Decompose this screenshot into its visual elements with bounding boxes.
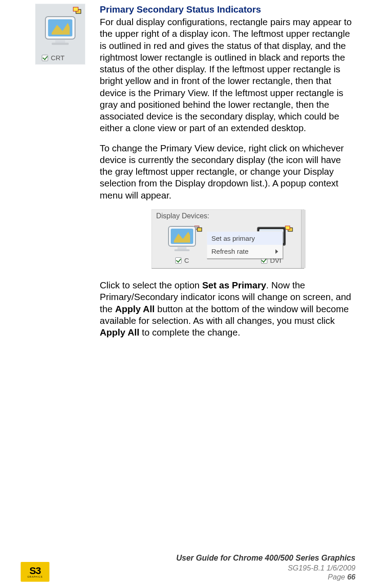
- primary-indicator-icon: [72, 7, 82, 15]
- s3-logo: S3 GRAPHICS: [21, 562, 49, 582]
- device-crt-checkbox[interactable]: [175, 257, 182, 264]
- crt-checkbox[interactable]: [42, 55, 48, 61]
- menu-refresh-rate[interactable]: Refresh rate: [207, 245, 283, 258]
- logo-text: S3: [30, 566, 41, 576]
- bold-apply-all: Apply All: [115, 304, 155, 314]
- crt-label: CRT: [51, 54, 65, 62]
- logo-subtext: GRAPHICS: [27, 576, 43, 578]
- device-crt[interactable]: C: [155, 225, 209, 265]
- footer-page: Page 66: [57, 572, 355, 582]
- menu-item-label: Set as primary: [212, 234, 255, 243]
- panel-title: Display Devices:: [156, 212, 301, 221]
- panel-scrollbar[interactable]: [301, 210, 306, 268]
- text-fragment: to complete the change.: [139, 327, 240, 337]
- menu-set-as-primary[interactable]: Set as primary: [207, 232, 283, 245]
- section-heading: Primary Secondary Status Indicators: [100, 4, 355, 15]
- device-crt-label: C: [184, 256, 189, 265]
- svg-rect-11: [174, 249, 190, 251]
- text-fragment: Click to select the option: [100, 280, 202, 290]
- page-footer: S3 GRAPHICS User Guide for Chrome 400/50…: [0, 553, 368, 582]
- svg-rect-1: [73, 7, 78, 11]
- crt-device-icon: [167, 225, 198, 254]
- paragraph-1: For dual display configurations, rectang…: [100, 16, 355, 134]
- svg-rect-10: [177, 247, 186, 249]
- submenu-arrow-icon: [275, 249, 278, 254]
- crt-monitor-icon: [44, 15, 78, 48]
- paragraph-3: Click to select the option Set as Primar…: [100, 279, 355, 338]
- footer-page-label: Page: [328, 573, 347, 581]
- bold-set-as-primary: Set as Primary: [202, 280, 266, 290]
- menu-item-label: Refresh rate: [212, 247, 249, 256]
- footer-page-number: 66: [347, 573, 355, 581]
- display-devices-panel: Display Devices:: [151, 209, 304, 269]
- paragraph-2: To change the Primary View device, right…: [100, 142, 355, 201]
- bold-apply-all: Apply All: [100, 327, 139, 337]
- footer-docid: SG195-B.1 1/6/2009: [57, 563, 355, 573]
- crt-icon-block: CRT: [35, 4, 85, 65]
- svg-rect-4: [55, 40, 65, 43]
- footer-title: User Guide for Chrome 400/500 Series Gra…: [57, 553, 355, 563]
- context-menu: Set as primary Refresh rate: [207, 231, 283, 258]
- svg-rect-5: [52, 43, 69, 45]
